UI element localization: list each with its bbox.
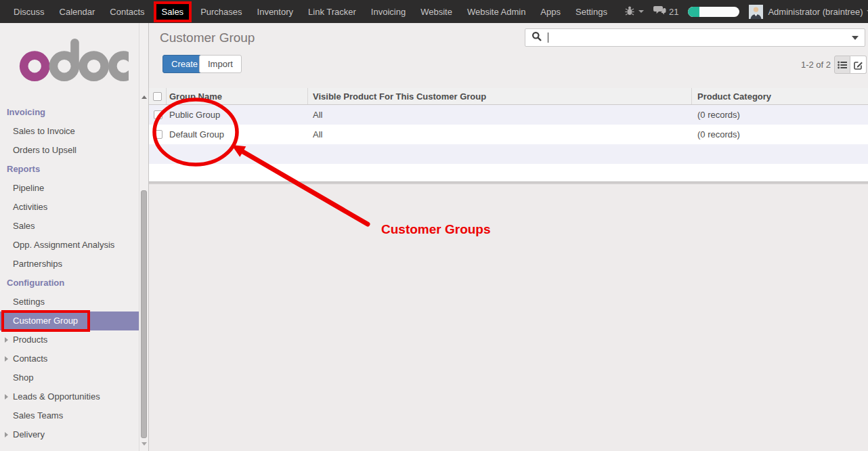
top-navbar: Discuss Calendar Contacts Sales Purchase… xyxy=(0,0,868,23)
sidebar-item-products-label: Products xyxy=(13,335,47,345)
import-button[interactable]: Import xyxy=(199,55,242,73)
scroll-down-arrow-icon[interactable] xyxy=(142,442,147,446)
odoo-window: Discuss Calendar Contacts Sales Purchase… xyxy=(0,0,868,451)
sidebar-item-pipeline[interactable]: Pipeline xyxy=(0,179,139,198)
sidebar-item-activities[interactable]: Activities xyxy=(0,198,139,217)
sidebar-item-customer-group-label: Customer Group xyxy=(13,316,78,326)
scrollbar-thumb[interactable] xyxy=(141,190,147,438)
row-checkbox[interactable] xyxy=(154,130,162,139)
annotation-label: Customer Groups xyxy=(381,222,491,237)
scroll-up-arrow-icon[interactable] xyxy=(142,95,147,99)
sidebar-item-sales-to-invoice[interactable]: Sales to Invoice xyxy=(0,122,139,141)
messages-count-badge: 21 xyxy=(669,7,678,17)
search-icon xyxy=(531,31,542,45)
messages-icon xyxy=(653,5,666,18)
debug-menu[interactable] xyxy=(624,5,644,18)
sidebar-item-customer-group[interactable]: Customer Group xyxy=(0,312,139,330)
sidebar-item-leads-opportunities[interactable]: Leads & Opportunities xyxy=(0,387,139,406)
customer-group-list: Group Name Visible Product For This Cust… xyxy=(149,88,868,181)
expand-arrow-icon xyxy=(5,356,8,362)
sidebar-item-delivery[interactable]: Delivery xyxy=(0,425,139,444)
nav-item-purchases[interactable]: Purchases xyxy=(193,0,249,23)
nav-item-contacts[interactable]: Contacts xyxy=(102,0,152,23)
sidebar-menu: Invoicing Sales to Invoice Orders to Ups… xyxy=(0,103,139,444)
sidebar-item-partnerships[interactable]: Partnerships xyxy=(0,255,139,274)
content-background xyxy=(149,184,868,451)
nav-item-website-admin[interactable]: Website Admin xyxy=(460,0,533,23)
list-view-button[interactable] xyxy=(834,56,850,74)
odoo-logo xyxy=(19,37,139,84)
column-header-group-name[interactable]: Group Name xyxy=(167,88,308,104)
pager-label: 1-2 of 2 xyxy=(801,60,831,70)
list-header-row: Group Name Visible Product For This Cust… xyxy=(149,88,868,105)
sidebar-item-settings[interactable]: Settings xyxy=(0,293,139,312)
sidebar-item-sales[interactable]: Sales xyxy=(0,217,139,236)
main-menu: Discuss Calendar Contacts Sales Purchase… xyxy=(0,0,615,23)
expand-arrow-icon xyxy=(5,394,8,400)
sidebar-item-delivery-label: Delivery xyxy=(13,429,45,439)
user-name-label: Administrator (braintree) xyxy=(768,7,863,17)
cell-product-category: (0 records) xyxy=(692,129,868,139)
sidebar-item-leads-label: Leads & Opportunities xyxy=(13,391,100,402)
control-panel: Customer Group Create Import 1-2 of 2 xyxy=(149,23,868,88)
cell-visible-product: All xyxy=(308,129,692,139)
sidebar-section-reports: Reports xyxy=(0,160,139,179)
sidebar-section-invoicing: Invoicing xyxy=(0,103,139,122)
select-all-checkbox[interactable] xyxy=(153,92,162,101)
debug-caret-icon xyxy=(638,10,644,13)
sidebar-item-shop[interactable]: Shop xyxy=(0,368,139,387)
cell-product-category: (0 records) xyxy=(692,110,868,120)
table-row[interactable]: Public Group All (0 records) xyxy=(149,105,868,125)
search-dropdown-icon[interactable] xyxy=(852,36,859,40)
timer-pill xyxy=(688,7,739,17)
nav-item-discuss[interactable]: Discuss xyxy=(6,0,52,23)
debug-bug-icon xyxy=(624,5,635,18)
nav-item-website[interactable]: Website xyxy=(413,0,460,23)
user-menu[interactable]: Administrator (braintree) xyxy=(749,5,868,19)
vertical-scrollbar[interactable] xyxy=(139,23,149,451)
systray: 21 Administrator (braintree) xyxy=(615,5,868,19)
nav-item-link-tracker[interactable]: Link Tracker xyxy=(301,0,364,23)
form-view-icon xyxy=(854,60,863,70)
text-cursor xyxy=(548,33,548,43)
expand-arrow-icon xyxy=(5,337,8,343)
nav-item-settings[interactable]: Settings xyxy=(568,0,615,23)
form-view-button[interactable] xyxy=(850,56,867,74)
sidebar-item-orders-to-upsell[interactable]: Orders to Upsell xyxy=(0,141,139,160)
timer-widget[interactable] xyxy=(688,7,739,17)
sidebar-item-products[interactable]: Products xyxy=(0,330,139,349)
nav-item-inventory[interactable]: Inventory xyxy=(250,0,301,23)
expand-arrow-icon xyxy=(5,432,8,437)
column-header-product-category[interactable]: Product Category xyxy=(692,91,868,102)
main-content: Customer Group Create Import 1-2 of 2 xyxy=(149,23,868,451)
empty-row xyxy=(149,164,868,181)
sidebar-section-configuration: Configuration xyxy=(0,274,139,293)
nav-item-calendar[interactable]: Calendar xyxy=(52,0,103,23)
sidebar-item-contacts-label: Contacts xyxy=(13,353,47,364)
row-checkbox[interactable] xyxy=(154,110,162,119)
cell-group-name: Public Group xyxy=(167,110,308,120)
sidebar-item-opp-assignment-analysis[interactable]: Opp. Assignment Analysis xyxy=(0,236,139,255)
nav-item-sales-active[interactable]: Sales xyxy=(154,1,192,22)
search-input[interactable] xyxy=(525,28,865,47)
table-row[interactable]: Default Group All (0 records) xyxy=(149,125,868,144)
page-title: Customer Group xyxy=(160,30,255,45)
column-header-visible-product[interactable]: Visible Product For This Customer Group xyxy=(308,88,692,104)
view-switcher xyxy=(834,56,867,74)
avatar xyxy=(749,5,763,19)
cell-group-name: Default Group xyxy=(167,129,308,139)
timer-progress-fill xyxy=(688,7,699,17)
empty-row xyxy=(149,144,868,164)
sidebar-item-sales-teams[interactable]: Sales Teams xyxy=(0,406,139,425)
nav-item-apps[interactable]: Apps xyxy=(533,0,568,23)
cell-visible-product: All xyxy=(308,110,692,120)
list-view-icon xyxy=(838,61,847,69)
app-sidebar: Invoicing Sales to Invoice Orders to Ups… xyxy=(0,23,139,451)
nav-item-invoicing[interactable]: Invoicing xyxy=(364,0,413,23)
messages-menu[interactable]: 21 xyxy=(653,5,678,18)
sidebar-item-contacts[interactable]: Contacts xyxy=(0,349,139,368)
